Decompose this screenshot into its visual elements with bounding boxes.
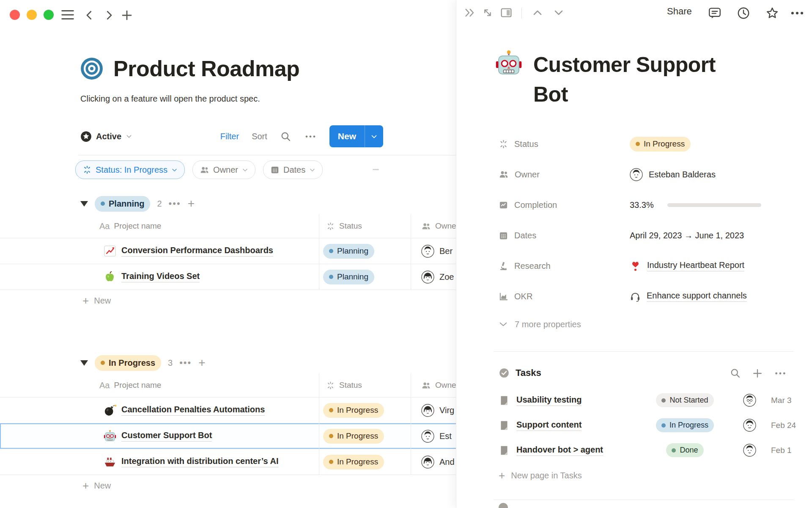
column-header-status[interactable]: Status — [339, 221, 362, 231]
status-pill[interactable]: Planning — [323, 244, 374, 259]
property-completion[interactable]: Completion 33.3% — [499, 190, 803, 220]
group-count: 2 — [157, 199, 162, 209]
chevron-down-icon — [171, 167, 178, 173]
column-header-name[interactable]: Project name — [114, 221, 161, 231]
column-header-name[interactable]: Project name — [114, 381, 161, 390]
new-page-in-tasks-button[interactable]: + New page in Tasks — [499, 465, 582, 486]
comments-icon[interactable] — [708, 6, 722, 20]
people-icon — [421, 381, 431, 390]
side-peek-icon[interactable] — [499, 6, 513, 19]
close-window-button[interactable] — [10, 10, 20, 20]
status-pill[interactable]: In Progress — [323, 403, 384, 418]
more-properties-button[interactable]: 7 more properties — [499, 313, 581, 335]
task-status-pill[interactable]: Done — [666, 443, 703, 457]
calendar-icon — [270, 165, 280, 174]
share-button[interactable]: Share — [667, 6, 692, 17]
property-owner[interactable]: Owner Esteban Balderas — [499, 159, 803, 190]
previous-page-icon[interactable] — [531, 6, 544, 19]
filter-button[interactable]: Filter — [220, 132, 239, 141]
history-icon[interactable] — [736, 6, 751, 20]
microscope-icon — [499, 261, 508, 271]
project-name-link[interactable]: Cancellation Penalties Automations — [121, 405, 265, 416]
group-status-pill[interactable]: Planning — [95, 196, 150, 212]
table-row[interactable]: Training Videos Set Planning Zoe — [0, 264, 456, 290]
tasks-more-icon[interactable] — [774, 367, 787, 379]
table-row-selected[interactable]: Customer Support Bot In Progress Est — [0, 423, 456, 449]
task-due-date: Mar 3 — [771, 396, 792, 405]
new-button[interactable]: New — [329, 125, 383, 147]
task-row[interactable]: Usability testing Not Started Mar 3 — [499, 388, 803, 413]
property-okr[interactable]: OKR Enhance support channels — [499, 281, 803, 312]
table-row[interactable]: Cancellation Penalties Automations In Pr… — [0, 398, 456, 423]
tasks-title[interactable]: Tasks — [516, 367, 541, 378]
status-pill[interactable]: In Progress — [323, 455, 384, 469]
column-header-owner[interactable]: Owner — [435, 381, 456, 390]
filter-chip-status[interactable]: Status: In Progress — [75, 160, 185, 179]
column-header-status[interactable]: Status — [339, 381, 362, 390]
group-more-icon[interactable]: ••• — [179, 357, 192, 368]
minimize-window-button[interactable] — [27, 10, 37, 20]
property-status[interactable]: Status In Progress — [499, 129, 803, 159]
robot-emoji[interactable] — [495, 50, 522, 77]
project-name-link[interactable]: Training Videos Set — [121, 271, 200, 282]
tasks-add-icon[interactable] — [752, 367, 763, 379]
project-name-link[interactable]: Customer Support Bot — [121, 431, 212, 442]
task-status-pill[interactable]: Not Started — [656, 393, 713, 407]
filter-chip-bar: Status: In Progress Owner Dates — [75, 160, 323, 179]
target-icon[interactable] — [80, 57, 103, 80]
close-peek-icon[interactable] — [463, 6, 477, 19]
sidebar-menu-icon[interactable] — [60, 9, 75, 21]
filter-chip-dates[interactable]: Dates — [263, 160, 323, 179]
property-research[interactable]: Research Industry Heartbeat Report — [499, 251, 803, 281]
zoom-window-button[interactable] — [44, 10, 54, 20]
task-title-link[interactable]: Usability testing — [516, 395, 582, 406]
back-icon[interactable] — [83, 9, 96, 22]
page-more-icon[interactable] — [790, 6, 805, 20]
column-header-owner[interactable]: Owner — [435, 221, 456, 231]
expand-page-icon[interactable] — [481, 6, 494, 19]
new-button-label[interactable]: New — [329, 125, 365, 147]
new-row-button[interactable]: + New — [0, 475, 456, 496]
collapse-triangle-icon[interactable] — [80, 201, 88, 207]
task-row[interactable]: Support content In Progress Feb 24 — [499, 413, 803, 438]
collapse-triangle-icon[interactable] — [80, 360, 88, 366]
tasks-search-icon[interactable] — [730, 367, 741, 379]
more-options-icon[interactable] — [304, 131, 317, 142]
group-add-icon[interactable]: + — [188, 197, 195, 210]
favorite-star-icon[interactable] — [765, 6, 779, 20]
next-page-icon[interactable] — [552, 6, 565, 19]
sort-button[interactable]: Sort — [252, 132, 267, 141]
group-add-icon[interactable]: + — [198, 356, 205, 370]
plus-icon: + — [82, 296, 89, 305]
task-title-link[interactable]: Handover bot > agent — [516, 445, 603, 456]
add-filter-partial[interactable] — [373, 169, 379, 170]
view-tab-active[interactable]: Active — [80, 131, 132, 142]
status-pill[interactable]: Planning — [323, 270, 374, 284]
owner-name: Zoe — [439, 272, 454, 282]
property-dates[interactable]: Dates April 29, 2023 → June 1, 2023 — [499, 220, 803, 251]
status-pill[interactable]: In Progress — [630, 137, 691, 152]
group-more-icon[interactable]: ••• — [169, 198, 181, 209]
group-status-pill[interactable]: In Progress — [95, 355, 161, 371]
new-row-button[interactable]: + New — [0, 290, 456, 311]
new-button-chevron[interactable] — [365, 125, 383, 147]
relation-link[interactable]: Industry Heartbeat Report — [647, 260, 744, 271]
view-toolbar: Active Filter Sort New — [80, 124, 383, 148]
status-pill[interactable]: In Progress — [323, 429, 384, 444]
relation-link[interactable]: Enhance support channels — [647, 291, 747, 302]
task-status-pill[interactable]: In Progress — [656, 418, 714, 432]
property-list: Status In Progress Owner Esteban Baldera… — [499, 129, 803, 312]
peek-page-title[interactable]: Customer Support Bot — [533, 50, 745, 109]
task-row[interactable]: Handover bot > agent Done Feb 1 — [499, 438, 803, 463]
table-row[interactable]: Integration with distribution center’s A… — [0, 449, 456, 475]
filter-chip-owner[interactable]: Owner — [192, 160, 255, 179]
new-tab-icon[interactable] — [121, 9, 133, 22]
avatar — [743, 394, 756, 407]
search-icon[interactable] — [280, 131, 291, 142]
project-name-link[interactable]: Conversion Performance Dashboards — [121, 246, 273, 257]
forward-icon[interactable] — [103, 9, 115, 22]
task-title-link[interactable]: Support content — [516, 420, 582, 431]
section-divider — [494, 351, 794, 352]
project-name-link[interactable]: Integration with distribution center’s A… — [121, 456, 279, 467]
table-row[interactable]: Conversion Performance Dashboards Planni… — [0, 238, 456, 264]
